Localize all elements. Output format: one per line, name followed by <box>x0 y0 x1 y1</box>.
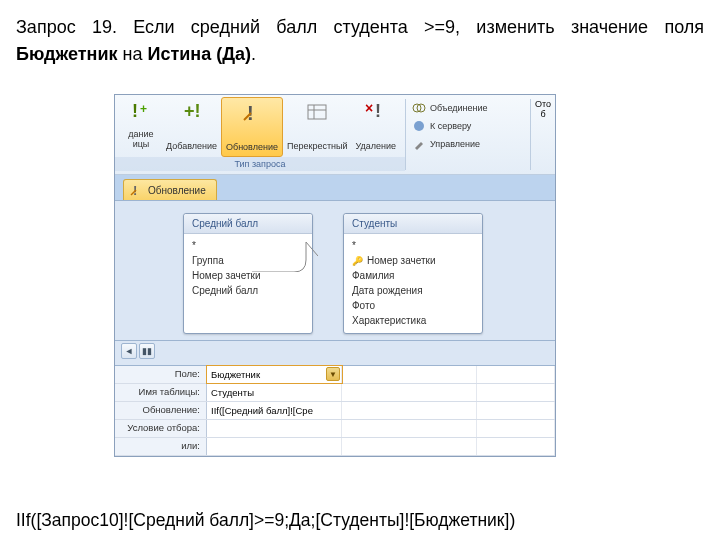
svg-text:×: × <box>365 101 373 116</box>
ribbon-btn-create-table[interactable]: !+ даниеицы <box>120 97 162 157</box>
scroll-left-button[interactable]: ◄ <box>121 343 137 359</box>
field-item[interactable]: Средний балл <box>184 283 312 298</box>
ribbon-btn-delete[interactable]: !× Удаление <box>351 97 400 157</box>
ribbon-far-right[interactable]: Ото б <box>531 95 555 174</box>
title-bold-1: Бюджетник <box>16 44 118 64</box>
table-title: Студенты <box>344 214 482 234</box>
grid-field-cell[interactable]: Бюджетник ▼ <box>207 366 342 383</box>
ribbon-union-button[interactable]: Объединение <box>412 99 524 117</box>
grid-label-field: Поле: <box>115 366 207 383</box>
scroll-home-button[interactable]: ▮▮ <box>139 343 155 359</box>
expression-text: IIf([Запрос10]![Средний балл]>=9;Да;[Сту… <box>0 500 531 540</box>
grid-cell-empty[interactable] <box>342 438 477 455</box>
relationship-line[interactable] <box>252 242 318 272</box>
field-item[interactable]: Фото <box>344 298 482 313</box>
ribbon-datadef-button[interactable]: Управление <box>412 135 524 153</box>
exclaim-green-plus-icon: !+ <box>130 101 152 123</box>
exclaim-red-x-icon: !× <box>365 101 387 123</box>
exclaim-pencil-icon: ! <box>241 102 263 124</box>
design-scroll-controls: ◄ ▮▮ <box>115 341 555 365</box>
title-suffix: . <box>251 44 256 64</box>
ribbon-group-label: Тип запроса <box>115 157 405 171</box>
grid-label-or: или: <box>115 438 207 455</box>
problem-statement: Запрос 19. Если средний балл студента >=… <box>0 0 720 72</box>
grid-label-update: Обновление: <box>115 402 207 419</box>
ribbon: !+ даниеицы +! Добавление ! Обновление <box>115 95 555 175</box>
svg-text:!: ! <box>132 101 138 121</box>
server-icon <box>412 119 426 133</box>
field-item[interactable]: Характеристика <box>344 313 482 328</box>
grid-cell-empty[interactable] <box>342 420 477 437</box>
object-tab-update-query[interactable]: ! Обновление <box>123 179 217 200</box>
query-design-area[interactable]: Средний балл * Группа Номер зачетки Сред… <box>115 201 555 341</box>
object-tab-strip: ! Обновление <box>115 175 555 201</box>
grid-cell-empty[interactable] <box>342 366 477 383</box>
grid-cell-empty[interactable] <box>477 384 555 401</box>
grid-cell-empty[interactable] <box>477 402 555 419</box>
qbe-grid: Поле: Бюджетник ▼ Имя таблицы: Студенты … <box>115 365 555 456</box>
grid-label-table: Имя таблицы: <box>115 384 207 401</box>
svg-text:+!: +! <box>184 101 201 121</box>
grid-cell-empty[interactable] <box>477 366 555 383</box>
primary-key-icon: 🔑 <box>352 256 363 266</box>
svg-text:+: + <box>140 102 147 116</box>
ribbon-btn-crosstab[interactable]: Перекрестный <box>283 97 352 157</box>
grid-cell-empty[interactable] <box>477 420 555 437</box>
title-prefix: Запрос 19. Если средний балл студента >=… <box>16 17 704 37</box>
grid-update-cell[interactable]: IIf([Средний балл]![Сре <box>207 402 342 419</box>
object-tab-label: Обновление <box>148 185 206 196</box>
field-item[interactable]: Дата рождения <box>344 283 482 298</box>
ribbon-passthrough-button[interactable]: К серверу <box>412 117 524 135</box>
update-query-icon: ! <box>130 183 144 197</box>
ribbon-btn-update[interactable]: ! Обновление <box>221 97 283 157</box>
grid-table-cell[interactable]: Студенты <box>207 384 342 401</box>
crosstab-icon <box>306 101 328 123</box>
field-item[interactable]: * <box>344 238 482 253</box>
title-mid: на <box>118 44 148 64</box>
grid-criteria-cell[interactable] <box>207 420 342 437</box>
svg-text:!: ! <box>375 101 381 121</box>
union-icon <box>412 101 426 115</box>
field-item[interactable]: Фамилия <box>344 268 482 283</box>
table-avg-score[interactable]: Средний балл * Группа Номер зачетки Сред… <box>183 213 313 334</box>
exclaim-green-plus-icon: +! <box>180 101 202 123</box>
grid-cell-empty[interactable] <box>342 402 477 419</box>
ribbon-group-query-type: !+ даниеицы +! Добавление ! Обновление <box>115 95 405 174</box>
table-title: Средний балл <box>184 214 312 234</box>
dropdown-button[interactable]: ▼ <box>326 367 340 381</box>
grid-cell-empty[interactable] <box>477 438 555 455</box>
field-item[interactable]: 🔑Номер зачетки <box>344 253 482 268</box>
svg-rect-5 <box>308 105 326 119</box>
title-bold-2: Истина (Да) <box>148 44 252 64</box>
svg-point-12 <box>414 121 424 131</box>
wrench-icon <box>412 137 426 151</box>
grid-or-cell[interactable] <box>207 438 342 455</box>
table-students[interactable]: Студенты * 🔑Номер зачетки Фамилия Дата р… <box>343 213 483 334</box>
grid-label-criteria: Условие отбора: <box>115 420 207 437</box>
access-window: !+ даниеицы +! Добавление ! Обновление <box>114 94 556 457</box>
ribbon-side-group: Объединение К серверу Управление <box>406 95 530 174</box>
ribbon-btn-append[interactable]: +! Добавление <box>162 97 221 157</box>
grid-cell-empty[interactable] <box>342 384 477 401</box>
